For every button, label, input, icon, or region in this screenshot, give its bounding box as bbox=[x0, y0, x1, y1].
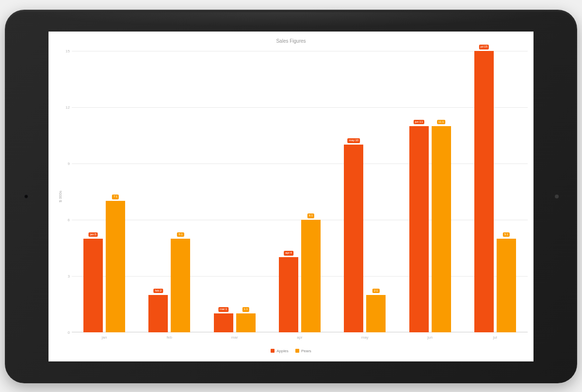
legend-swatch-apples bbox=[271, 349, 275, 353]
bar-apples-apr[interactable]: apr:4 bbox=[279, 257, 298, 332]
bar-label: jun:11 bbox=[413, 120, 424, 125]
bar-apples-feb[interactable]: feb:2 bbox=[148, 295, 168, 332]
bar-apples-may[interactable]: may:10 bbox=[344, 145, 363, 332]
tablet-glare bbox=[24, 12, 558, 27]
y-tick-label: 12 bbox=[62, 105, 70, 110]
bar-pears-jan[interactable]: 7:1 bbox=[106, 201, 125, 332]
bar-apples-jan[interactable]: jan:5 bbox=[83, 239, 103, 332]
legend-label-pears: Pears bbox=[301, 349, 311, 353]
bar-apples-jun[interactable]: jun:11 bbox=[409, 126, 429, 332]
gridline bbox=[72, 220, 528, 220]
x-tick-label: jun bbox=[427, 335, 433, 340]
bar-pears-jun[interactable]: 11:1 bbox=[432, 126, 451, 332]
y-tick-label: 9 bbox=[62, 162, 70, 166]
x-tick-label: jul bbox=[493, 335, 497, 340]
tablet-screen: Sales Figures $ 000s jan:57:1feb:25:1mar… bbox=[48, 32, 534, 361]
x-tick-label: may bbox=[361, 335, 369, 340]
x-tick-label: apr bbox=[297, 335, 303, 340]
gridline bbox=[72, 51, 528, 51]
chart-legend: Apples Pears bbox=[48, 349, 534, 354]
legend-item-apples[interactable]: Apples bbox=[271, 349, 288, 353]
tablet-frame: Sales Figures $ 000s jan:57:1feb:25:1mar… bbox=[5, 10, 577, 383]
tablet-home-button[interactable] bbox=[555, 195, 559, 198]
bar-pears-jul[interactable]: 5:1 bbox=[497, 239, 516, 332]
x-tick-label: mar bbox=[231, 335, 238, 340]
bar-label: 2:1 bbox=[372, 289, 379, 294]
legend-swatch-pears bbox=[295, 349, 299, 353]
bar-label: jan:5 bbox=[89, 232, 98, 237]
legend-item-pears[interactable]: Pears bbox=[295, 349, 311, 353]
bar-apples-jul[interactable]: jul:15 bbox=[474, 51, 494, 332]
bar-label: 5:1 bbox=[503, 232, 510, 237]
tablet-camera bbox=[24, 195, 28, 198]
gridline bbox=[72, 163, 528, 164]
y-tick-label: 6 bbox=[62, 218, 70, 222]
x-tick-label: feb bbox=[167, 335, 172, 340]
legend-label-apples: Apples bbox=[276, 349, 288, 353]
bar-pears-mar[interactable]: 1:1 bbox=[236, 313, 256, 332]
bar-pears-feb[interactable]: 5:1 bbox=[171, 239, 190, 332]
bar-label: 7:1 bbox=[112, 195, 119, 199]
bar-label: feb:2 bbox=[154, 289, 163, 294]
x-tick-label: jan bbox=[102, 335, 107, 340]
bar-label: 1:1 bbox=[242, 307, 249, 312]
chart-title: Sales Figures bbox=[48, 38, 534, 44]
y-axis-label: $ 000s bbox=[58, 191, 63, 202]
y-tick-label: 0 bbox=[62, 330, 70, 335]
baseline bbox=[72, 332, 528, 332]
gridline bbox=[72, 276, 528, 277]
bar-label: 6:1 bbox=[307, 213, 314, 218]
y-tick-label: 3 bbox=[62, 274, 70, 278]
bar-label: 5:1 bbox=[177, 232, 184, 237]
bar-label: 11:1 bbox=[437, 120, 446, 125]
gridline bbox=[72, 107, 528, 108]
bar-pears-may[interactable]: 2:1 bbox=[366, 295, 386, 332]
bar-label: mar:1 bbox=[218, 307, 228, 312]
plot-area: jan:57:1feb:25:1mar:11:1apr:46:1may:102:… bbox=[72, 51, 528, 332]
bar-apples-mar[interactable]: mar:1 bbox=[214, 313, 233, 332]
bar-label: apr:4 bbox=[284, 251, 293, 256]
bar-label: jul:15 bbox=[479, 45, 489, 49]
y-tick-label: 15 bbox=[62, 49, 70, 53]
bar-pears-apr[interactable]: 6:1 bbox=[301, 220, 321, 332]
bar-label: may:10 bbox=[347, 138, 360, 143]
